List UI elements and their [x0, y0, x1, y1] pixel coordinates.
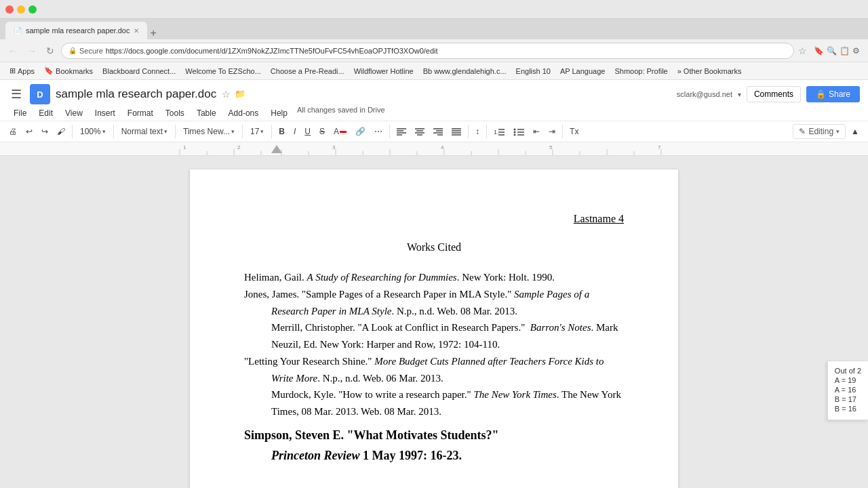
refresh-btn[interactable]: ↻: [43, 44, 57, 58]
text-color-btn[interactable]: A: [330, 125, 350, 138]
clear-formatting-btn[interactable]: Tx: [566, 125, 582, 138]
bm-glendale[interactable]: Bb www.glendalehigh.c...: [419, 66, 511, 77]
pencil-icon: ✎: [799, 127, 806, 136]
ext-icon-4[interactable]: ⚙: [852, 46, 860, 56]
user-email: sclark@gusd.net: [677, 90, 732, 98]
active-tab[interactable]: 📄 sample mla research paper.doc ✕: [5, 22, 147, 39]
paragraph-style-dropdown[interactable]: Normal text ▾: [117, 124, 172, 139]
underline-btn[interactable]: U: [301, 125, 314, 138]
share-button[interactable]: 🔒 Share: [806, 86, 860, 102]
align-right-btn[interactable]: [430, 125, 446, 138]
account-chevron-icon[interactable]: ▾: [738, 91, 741, 98]
close-window-btn[interactable]: [5, 5, 14, 14]
line-spacing-btn[interactable]: ↕: [472, 125, 483, 138]
ext-icon-2[interactable]: 🔍: [827, 46, 837, 56]
menu-format[interactable]: Format: [122, 106, 159, 121]
align-justify-btn[interactable]: [448, 125, 465, 138]
gdocs-menubar: File Edit View Insert Format Tools Table…: [8, 106, 860, 121]
address-bar[interactable]: 🔒 Secure https://docs.google.com/documen…: [61, 43, 794, 59]
toolbar-collapse-btn[interactable]: ▲: [848, 125, 863, 138]
toolbar-sep-9: [562, 125, 563, 138]
bullet-list-btn[interactable]: [510, 125, 528, 138]
ext-icon-1[interactable]: 🔖: [814, 46, 824, 56]
url-text[interactable]: https://docs.google.com/document/d/1ZXm9…: [106, 47, 438, 55]
bold-btn[interactable]: B: [275, 125, 288, 138]
toolbar-sep-3: [175, 125, 176, 138]
redo-btn[interactable]: ↪: [38, 125, 52, 138]
star-icon[interactable]: ☆: [222, 89, 231, 100]
comments-button[interactable]: Comments: [747, 86, 801, 102]
bm-prereadi[interactable]: Choose a Pre-Readi...: [267, 66, 349, 77]
editing-mode-dropdown[interactable]: ✎ Editing ▾: [793, 124, 846, 139]
citation-murdock: Murdock, Kyle. "How to write a research …: [271, 386, 624, 420]
svg-point-21: [514, 131, 516, 134]
numbered-list-btn[interactable]: 1.: [490, 125, 508, 138]
menu-help[interactable]: Help: [265, 106, 293, 121]
decrease-indent-btn[interactable]: ⇤: [530, 125, 543, 138]
menu-edit[interactable]: Edit: [33, 106, 58, 121]
toolbar-sep-1: [72, 125, 73, 138]
works-cited-title: Works Cited: [244, 239, 624, 256]
link-btn[interactable]: 🔗: [352, 125, 369, 138]
gdocs-actions: sclark@gusd.net ▾ Comments 🔒 Share: [677, 86, 860, 102]
font-dropdown[interactable]: Times New... ▾: [179, 124, 239, 139]
bm-other[interactable]: » Other Bookmarks: [673, 66, 746, 77]
minimize-window-btn[interactable]: [17, 5, 25, 14]
bm-bookmarks[interactable]: 🔖 Bookmarks: [40, 65, 97, 77]
gdocs-titlerow: ☰ D sample mla research paper.doc ☆ 📁 sc…: [8, 84, 860, 104]
strikethrough-btn[interactable]: S: [316, 125, 328, 138]
svg-point-22: [514, 134, 516, 136]
maximize-window-btn[interactable]: [28, 5, 37, 14]
autosave-status: All changes saved in Drive: [297, 106, 385, 121]
menu-addons[interactable]: Add-ons: [223, 106, 264, 121]
increase-indent-btn[interactable]: ⇥: [545, 125, 559, 138]
menu-view[interactable]: View: [60, 106, 88, 121]
forward-btn[interactable]: →: [24, 44, 39, 58]
bm-ezscho[interactable]: Welcome To EZScho...: [181, 66, 264, 77]
share-lock-icon: 🔒: [816, 89, 826, 99]
print-btn[interactable]: 🖨: [5, 125, 20, 138]
more-formatting-btn[interactable]: ⋯: [371, 125, 386, 138]
tab-close-btn[interactable]: ✕: [134, 27, 139, 35]
bm-shmoop[interactable]: Shmoop: Profile: [610, 66, 671, 77]
paintformat-btn[interactable]: 🖌: [54, 125, 68, 138]
bm-aplang[interactable]: AP Language: [556, 66, 609, 77]
bm-wildflower[interactable]: Wildflower Hotline: [350, 66, 418, 77]
bookmark-icon[interactable]: ☆: [798, 45, 807, 56]
menu-insert[interactable]: Insert: [90, 106, 121, 121]
font-size-dropdown[interactable]: 17 ▾: [246, 124, 268, 139]
new-tab-btn[interactable]: +: [150, 27, 156, 39]
document-scroll-area[interactable]: Lastname 4 Works Cited Heliman, Gail. A …: [0, 156, 868, 488]
score-a19: A = 19: [835, 376, 861, 384]
document-page: Lastname 4 Works Cited Heliman, Gail. A …: [190, 169, 678, 488]
tab-favicon: 📄: [14, 27, 22, 35]
font-size-value: 17: [250, 127, 259, 136]
score-b16: B = 16: [835, 405, 861, 413]
secure-label: Secure: [79, 47, 103, 55]
bm-english10[interactable]: English 10: [512, 66, 555, 77]
bm-blackboard[interactable]: Blackboard Connect...: [98, 66, 180, 77]
document-title[interactable]: sample mla research paper.doc: [56, 87, 216, 101]
zoom-dropdown[interactable]: 100% ▾: [76, 124, 110, 139]
tab-title: sample mla research paper.doc: [26, 26, 130, 35]
toolbar-sep-2: [113, 125, 114, 138]
citation-heliman: Heliman, Gail. A Study of Researching fo…: [244, 269, 624, 286]
secure-icon: 🔒: [68, 47, 77, 54]
align-center-btn[interactable]: [412, 125, 428, 138]
bm-apps[interactable]: ⊞ Apps: [5, 65, 39, 77]
folder-icon[interactable]: 📁: [235, 89, 245, 100]
editing-label: Editing: [808, 127, 833, 136]
italic-btn[interactable]: I: [290, 125, 299, 138]
ext-icon-3[interactable]: 📋: [840, 46, 850, 56]
menu-file[interactable]: File: [8, 106, 32, 121]
back-btn[interactable]: ←: [5, 44, 20, 58]
editing-chevron-icon: ▾: [836, 128, 840, 135]
undo-btn[interactable]: ↩: [22, 125, 36, 138]
gdocs-header: ☰ D sample mla research paper.doc ☆ 📁 sc…: [0, 80, 868, 121]
menu-table[interactable]: Table: [191, 106, 222, 121]
menu-tools[interactable]: Tools: [160, 106, 190, 121]
align-left-btn[interactable]: [393, 125, 410, 138]
gdocs-logo: D: [30, 84, 50, 104]
hamburger-menu-icon[interactable]: ☰: [8, 84, 24, 104]
toolbar-sep-5: [271, 125, 272, 138]
